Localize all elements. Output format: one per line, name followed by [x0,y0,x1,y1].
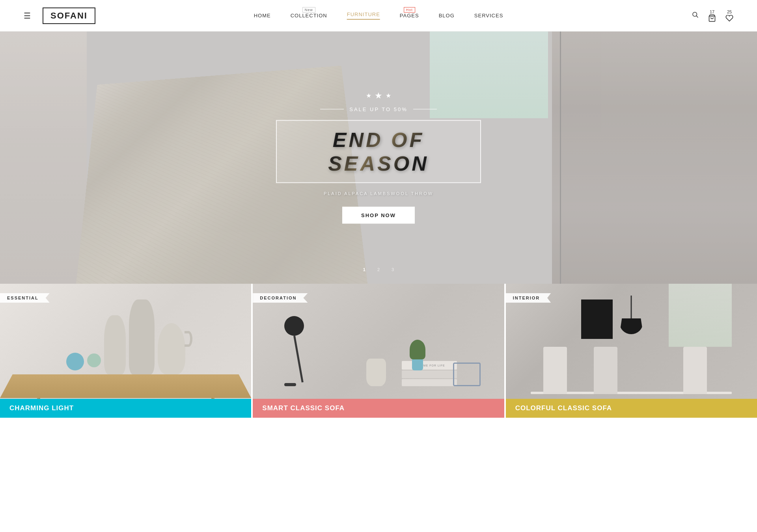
product-bg-3 [506,284,757,418]
vase-handle-arc [185,331,192,347]
card-1-content [0,284,251,418]
lamp-base [284,383,296,386]
site-header: ☰ SOFANI HOME New COLLECTION FURNITURE H… [0,0,757,32]
product-card-3[interactable]: INTERIOR COLORFUL CLASSIC SOFA [506,284,757,418]
nav-collection[interactable]: New COLLECTION [291,13,327,19]
cart-group[interactable]: 17 [708,9,716,22]
chair-1 [543,347,567,394]
header-left: ☰ SOFANI [24,7,95,24]
search-icon[interactable] [692,11,699,20]
cart-icon [708,14,716,22]
product-card-2[interactable]: A FRAME FOR LIFE DECORATION SMART CLASSI… [253,284,505,418]
wooden-table [0,374,251,398]
nav-collection-label: COLLECTION [291,13,327,19]
nav-pages[interactable]: Hot PAGES [400,13,419,19]
hero-content: ★ ★ ★ SALE UP TO 50% END OF SEASON PLAID… [276,92,481,224]
product-card-1[interactable]: ESSENTIAL CHARMING LIGHT [0,284,253,418]
plant-pot [412,359,423,370]
nav-home[interactable]: HOME [254,13,271,19]
hamburger-icon[interactable]: ☰ [24,11,31,20]
svg-line-1 [696,16,698,17]
hero-sale-text: SALE UP TO 50% [276,106,481,112]
lamp-head [284,316,304,336]
decoration-vase [366,359,386,386]
product-name-bar-2: SMART CLASSIC SOFA [253,399,504,418]
book-2 [402,370,457,378]
heart-icon [725,14,733,22]
site-logo[interactable]: SOFANI [43,7,95,24]
chair-2 [594,347,617,394]
plant-leaves [410,340,425,359]
pendant-cord [631,296,632,319]
star-3: ★ [386,92,391,101]
vase-tall-1 [104,315,126,374]
vase-blue [66,353,84,370]
star-2: ★ [375,91,382,101]
cart-count: 17 [710,9,714,14]
product-name-bar-3: COLORFUL CLASSIC SOFA [506,399,757,418]
hero-dot-3[interactable]: 3 [392,267,394,272]
pendant-lamp [619,318,643,334]
star-1: ★ [366,92,371,101]
product-label-3: INTERIOR [506,293,551,303]
product-bg-1 [0,284,251,418]
hero-dot-2[interactable]: 2 [377,267,380,272]
book-3 [402,379,457,386]
hero-pagination: 1 2 3 [363,267,394,272]
product-label-1: ESSENTIAL [0,293,50,303]
wishlist-count: 25 [727,9,732,14]
shop-now-button[interactable]: SHOP NOW [342,207,415,224]
interior-window [669,284,732,347]
hero-stars: ★ ★ ★ [276,92,481,101]
hero-section: ★ ★ ★ SALE UP TO 50% END OF SEASON PLAID… [0,32,757,284]
wire-basket [453,363,481,386]
product-bg-2: A FRAME FOR LIFE [253,284,504,418]
nav-collection-badge: New [302,7,315,13]
nav-furniture[interactable]: FURNITURE [347,11,380,20]
nav-blog[interactable]: BLOG [439,13,455,19]
product-grid: ESSENTIAL CHARMING LIGHT A FRAME FOR LIF… [0,284,757,418]
header-right: 17 25 [692,9,733,22]
lamp-pole [293,336,304,383]
chair-3 [683,347,707,394]
svg-point-0 [693,12,697,17]
nav-pages-badge: Hot [404,7,415,13]
artwork [581,299,613,339]
nav-services[interactable]: SERVICES [474,13,503,19]
main-nav: HOME New COLLECTION FURNITURE Hot PAGES … [254,11,503,20]
vase-mint [87,353,101,367]
plant-group [410,340,425,370]
hero-title-box: END OF SEASON [276,120,481,183]
hero-subtitle: PLAID ALPACA LAMBSWOOL THROW [276,191,481,196]
hero-title: END OF SEASON [293,128,464,175]
lamp-group [284,316,304,386]
product-label-2: DECORATION [253,293,308,303]
hero-dot-1[interactable]: 1 [363,267,365,272]
vase-handle [158,323,185,374]
wishlist-group[interactable]: 25 [725,9,733,22]
nav-pages-label: PAGES [400,13,419,19]
vase-tall-2 [129,299,155,374]
product-name-bar-1: CHARMING LIGHT [0,399,251,418]
